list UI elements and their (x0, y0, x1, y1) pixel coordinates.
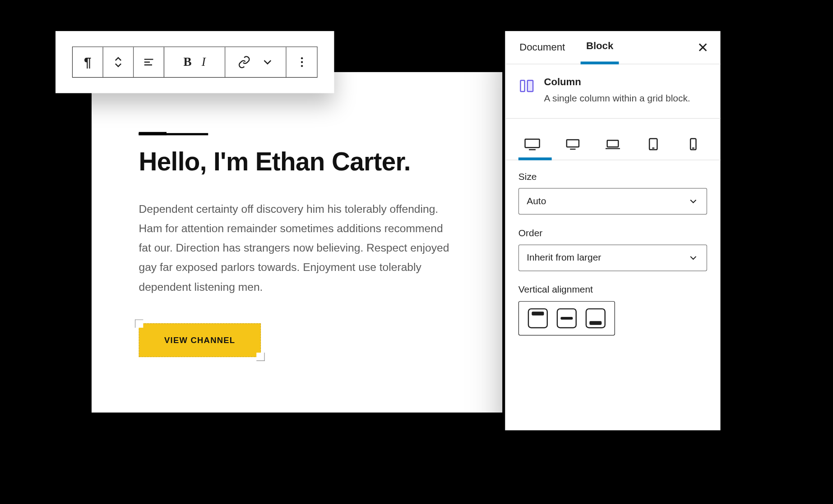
link-group (225, 47, 286, 77)
valign-bottom-button[interactable] (586, 308, 606, 328)
valign-label: Vertical alignment (518, 284, 707, 295)
close-icon: ✕ (697, 40, 708, 55)
valign-middle-button[interactable] (557, 308, 577, 328)
size-value: Auto (527, 196, 546, 207)
inspector-panel: Document Block ✕ Column A single column … (505, 31, 720, 431)
size-select[interactable]: Auto (518, 188, 707, 214)
device-tablet-button[interactable] (639, 134, 667, 154)
tab-document[interactable]: Document (514, 31, 571, 64)
more-vertical-icon (295, 55, 309, 69)
monitor-icon (565, 138, 580, 150)
format-group: B I (164, 47, 225, 77)
responsive-device-tabs (505, 119, 720, 160)
device-laptop-button[interactable] (599, 134, 627, 154)
svg-point-5 (301, 65, 302, 67)
inspector-tabs: Document Block ✕ (505, 31, 720, 64)
svg-rect-10 (566, 139, 578, 147)
close-inspector-button[interactable]: ✕ (694, 37, 712, 59)
italic-button[interactable]: I (202, 55, 206, 69)
block-toolbar: ¶ B I (56, 31, 334, 93)
device-mobile-button[interactable] (680, 134, 708, 154)
headline-text[interactable]: Hello, I'm Ethan Carter. (139, 147, 455, 176)
svg-rect-8 (525, 139, 540, 147)
body-text[interactable]: Dependent certainty off discovery him hi… (139, 200, 455, 297)
valign-button-group (518, 301, 615, 335)
monitor-icon (524, 137, 541, 151)
editor-canvas: Hello, I'm Ethan Carter. Dependent certa… (92, 72, 502, 412)
svg-rect-12 (607, 140, 619, 147)
decor-line (139, 133, 208, 135)
view-channel-button[interactable]: VIEW CHANNEL (139, 323, 261, 357)
link-icon[interactable] (237, 55, 251, 69)
chevron-down-icon (688, 196, 699, 207)
svg-point-3 (301, 57, 302, 59)
bold-button[interactable]: B (183, 55, 191, 69)
tab-block[interactable]: Block (581, 31, 619, 64)
tablet-icon (648, 137, 658, 151)
device-desktop-button[interactable] (559, 134, 587, 154)
chevron-down-icon[interactable] (260, 55, 274, 69)
device-desktop-xl-button[interactable] (518, 134, 546, 154)
mobile-icon (690, 137, 697, 151)
size-label: Size (518, 171, 707, 182)
column-block-icon (518, 78, 535, 94)
valign-top-button[interactable] (528, 308, 548, 328)
paragraph-icon-button[interactable]: ¶ (73, 47, 103, 77)
drag-handle-button[interactable] (103, 47, 134, 77)
block-description: A single column within a grid block. (544, 92, 690, 105)
block-info: Column A single column within a grid blo… (505, 64, 720, 119)
order-label: Order (518, 228, 707, 239)
device-active-indicator (518, 157, 552, 160)
pilcrow-icon: ¶ (84, 55, 91, 70)
order-select[interactable]: Inherit from larger (518, 244, 707, 271)
align-button[interactable] (134, 47, 164, 77)
chevron-down-icon (688, 252, 699, 263)
block-title: Column (544, 77, 690, 88)
order-value: Inherit from larger (527, 252, 601, 263)
drag-icon (111, 55, 125, 69)
more-options-button[interactable] (287, 47, 317, 77)
svg-point-4 (301, 61, 302, 63)
svg-rect-6 (520, 80, 524, 92)
svg-rect-7 (528, 80, 533, 92)
laptop-icon (605, 138, 620, 150)
cta-selection-frame: VIEW CHANNEL (139, 323, 261, 357)
align-left-icon (142, 55, 156, 69)
